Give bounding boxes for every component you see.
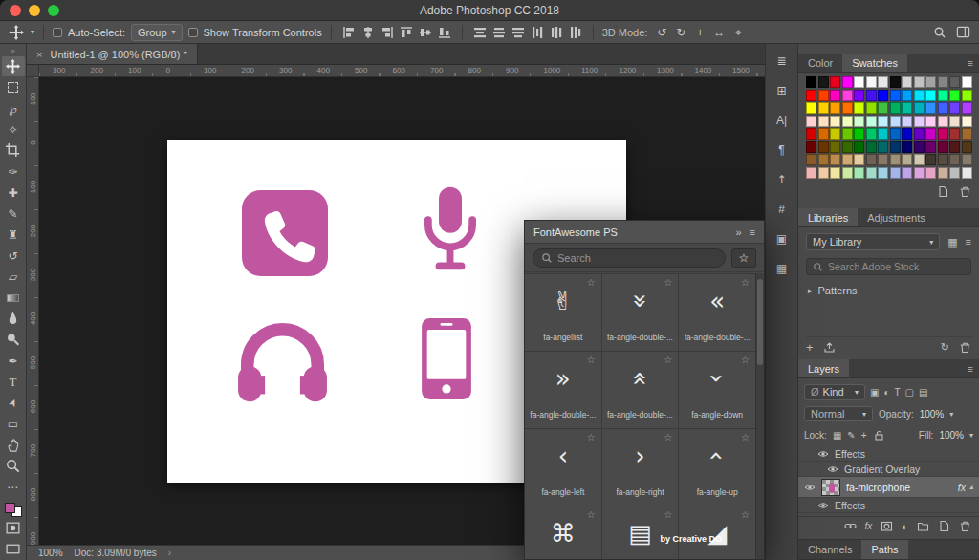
swatch[interactable] <box>806 154 816 165</box>
eyedropper-tool[interactable]: ✑ <box>2 162 25 182</box>
swatch[interactable] <box>902 76 912 88</box>
mode3d-icon[interactable]: ⌖ <box>729 24 747 41</box>
pen-tool[interactable]: ✒ <box>2 351 25 371</box>
swatch[interactable] <box>866 102 877 114</box>
swatch[interactable] <box>890 141 901 153</box>
swatch[interactable] <box>806 76 816 88</box>
tab-channels[interactable]: Channels <box>798 540 861 559</box>
swatch[interactable] <box>949 154 960 165</box>
quick-selection-tool[interactable]: ✧ <box>2 119 25 140</box>
fill-value[interactable]: 100% <box>939 430 964 441</box>
swatch[interactable] <box>962 154 972 165</box>
rectangle-shape-tool[interactable]: ▭ <box>2 414 25 434</box>
mode3d-icon[interactable]: ↻ <box>672 24 689 41</box>
hand-tool[interactable] <box>2 435 25 455</box>
fill-caret-icon[interactable]: ▾ <box>969 431 973 440</box>
swatch[interactable] <box>878 154 888 165</box>
swatch[interactable] <box>806 116 816 127</box>
swatch[interactable] <box>854 128 864 140</box>
swatch[interactable] <box>806 167 816 179</box>
patterns-group[interactable]: ▸ Patterns <box>808 285 858 296</box>
swatch[interactable] <box>806 141 816 153</box>
visibility-eye-icon[interactable] <box>804 483 816 492</box>
swatch[interactable] <box>818 154 829 165</box>
layer-name[interactable]: fa-microphone <box>846 482 910 493</box>
filter-shape-icon[interactable]: ▢ <box>905 387 914 398</box>
auto-select-checkbox[interactable] <box>53 28 62 37</box>
edit-toolbar-icon[interactable]: ⋯ <box>2 477 25 497</box>
swatch[interactable] <box>854 102 864 114</box>
delete-layer-icon[interactable] <box>959 520 971 532</box>
swatch[interactable] <box>878 76 888 88</box>
swatch[interactable] <box>914 167 925 179</box>
swatch[interactable] <box>902 154 912 165</box>
auto-select-dropdown[interactable]: Group▾ <box>131 24 183 41</box>
library-thumb-icon[interactable]: ▣ <box>772 229 793 248</box>
tab-adjustments[interactable]: Adjustments <box>858 208 935 226</box>
fa-icon-cell[interactable]: ☆▤ <box>602 506 679 559</box>
swatch[interactable] <box>902 141 912 153</box>
brush-tool[interactable]: ✎ <box>2 204 25 224</box>
lasso-tool[interactable]: ℘ <box>2 98 25 118</box>
quick-mask-icon[interactable] <box>2 518 25 538</box>
swatch[interactable] <box>830 102 840 114</box>
screen-mode-icon[interactable] <box>2 539 25 559</box>
swatch[interactable] <box>890 116 901 127</box>
paragraph-panel-icon[interactable]: ¶ <box>772 140 793 160</box>
swatch[interactable] <box>938 90 948 101</box>
swatch[interactable] <box>878 90 888 101</box>
distribute-vertical-centers-icon[interactable] <box>490 24 508 41</box>
fa-icon-cell[interactable]: ☆‹fa-angle-up <box>679 429 755 506</box>
stock-search-input[interactable] <box>828 261 965 272</box>
swatch[interactable] <box>818 102 829 114</box>
swatch[interactable] <box>854 116 864 127</box>
swatch[interactable] <box>818 141 829 153</box>
swatch[interactable] <box>854 90 864 101</box>
filter-image-icon[interactable]: ▣ <box>870 387 879 398</box>
swatch[interactable] <box>938 167 948 179</box>
zoom-tool[interactable] <box>2 456 25 476</box>
swatch[interactable] <box>902 128 912 140</box>
swatch[interactable] <box>938 116 948 127</box>
new-swatch-icon[interactable] <box>937 185 949 198</box>
swatch[interactable] <box>949 76 960 88</box>
swatch[interactable] <box>818 128 829 140</box>
tab-color[interactable]: Color <box>798 54 842 72</box>
type-tool[interactable]: T <box>2 372 25 392</box>
swatch[interactable] <box>878 102 888 114</box>
blur-tool[interactable] <box>2 309 25 329</box>
layer-row-selected[interactable]: fa-microphone fx▴ <box>798 477 979 498</box>
document-tab[interactable]: × Untitled-1 @ 100% (RGB/8) * <box>27 44 198 64</box>
clone-source-panel-icon[interactable]: # <box>772 200 793 219</box>
swatch[interactable] <box>938 128 948 140</box>
move-tool-option-icon[interactable] <box>8 24 25 41</box>
upload-icon[interactable] <box>823 341 836 354</box>
swatch[interactable] <box>866 90 877 101</box>
swatch[interactable] <box>890 128 901 140</box>
fa-icon-cell[interactable]: ☆»fa-angle-double-... <box>525 352 601 428</box>
swatch[interactable] <box>938 141 948 153</box>
crop-tool[interactable] <box>2 140 25 161</box>
layer-thumbnail[interactable] <box>821 479 840 496</box>
swatch[interactable] <box>830 128 840 140</box>
tool-preset-caret-icon[interactable]: ▾ <box>31 28 34 36</box>
sync-icon[interactable]: ↻ <box>941 341 949 354</box>
layer-mask-icon[interactable] <box>881 520 893 532</box>
swatch[interactable] <box>914 141 925 153</box>
swatch[interactable] <box>806 102 816 114</box>
new-group-icon[interactable] <box>917 520 929 532</box>
swatch[interactable] <box>830 116 840 127</box>
visibility-eye-icon[interactable] <box>817 449 829 459</box>
swatch-grid-panel-icon[interactable]: ⊞ <box>772 81 793 100</box>
swatch[interactable] <box>925 90 936 101</box>
swatch[interactable] <box>878 141 888 153</box>
swatch[interactable] <box>842 141 853 153</box>
swatch[interactable] <box>962 102 972 114</box>
swatch[interactable] <box>866 128 877 140</box>
swatch[interactable] <box>925 116 936 127</box>
fa-icon-cell[interactable]: ☆⌘ <box>525 506 601 559</box>
mode3d-icon[interactable]: ↔ <box>710 24 728 41</box>
tab-paths[interactable]: Paths <box>861 540 907 559</box>
swatch[interactable] <box>878 167 888 179</box>
swatch[interactable] <box>925 167 936 179</box>
